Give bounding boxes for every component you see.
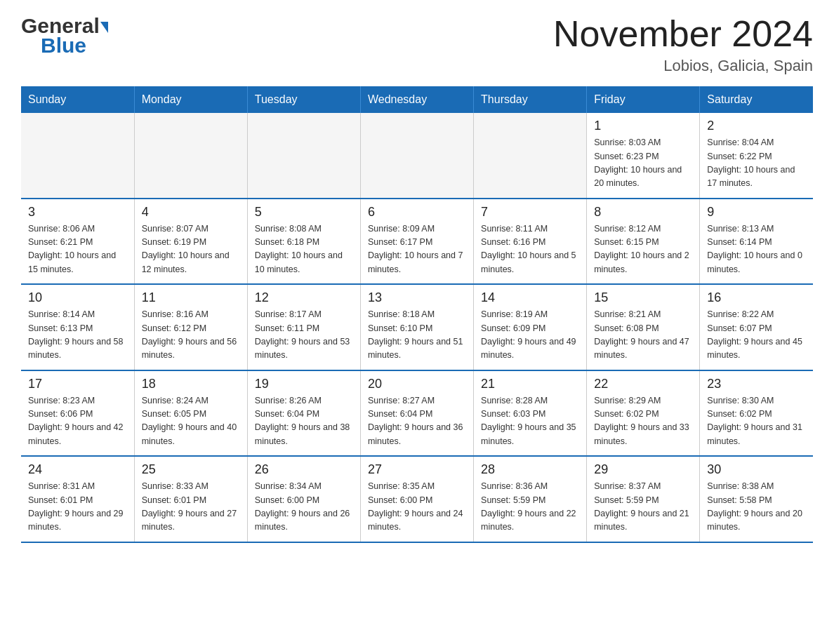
calendar-cell: 23Sunrise: 8:30 AMSunset: 6:02 PMDayligh… (700, 370, 813, 457)
day-info: Sunrise: 8:31 AMSunset: 6:01 PMDaylight:… (28, 480, 127, 535)
title-area: November 2024 Lobios, Galicia, Spain (553, 14, 813, 75)
calendar-week-4: 17Sunrise: 8:23 AMSunset: 6:06 PMDayligh… (21, 370, 813, 457)
day-number: 8 (594, 205, 692, 220)
day-number: 6 (368, 205, 466, 220)
day-info: Sunrise: 8:06 AMSunset: 6:21 PMDaylight:… (28, 222, 127, 277)
calendar-cell: 26Sunrise: 8:34 AMSunset: 6:00 PMDayligh… (247, 456, 360, 542)
day-number: 4 (142, 205, 240, 220)
day-number: 15 (594, 290, 692, 305)
calendar-week-1: 1Sunrise: 8:03 AMSunset: 6:23 PMDaylight… (21, 113, 813, 199)
calendar-week-5: 24Sunrise: 8:31 AMSunset: 6:01 PMDayligh… (21, 456, 813, 542)
day-number: 19 (255, 377, 353, 391)
day-number: 14 (481, 290, 579, 305)
calendar-cell: 4Sunrise: 8:07 AMSunset: 6:19 PMDaylight… (134, 199, 247, 285)
day-number: 28 (481, 462, 579, 477)
calendar-cell: 2Sunrise: 8:04 AMSunset: 6:22 PMDaylight… (700, 113, 813, 199)
day-info: Sunrise: 8:18 AMSunset: 6:10 PMDaylight:… (368, 308, 466, 363)
day-number: 24 (28, 462, 127, 477)
day-number: 1 (594, 119, 692, 133)
day-number: 5 (255, 205, 353, 220)
calendar-cell (474, 113, 587, 199)
weekday-header-row: SundayMondayTuesdayWednesdayThursdayFrid… (21, 86, 813, 113)
page-header: General Blue November 2024 Lobios, Galic… (21, 14, 813, 75)
day-info: Sunrise: 8:17 AMSunset: 6:11 PMDaylight:… (255, 308, 353, 363)
calendar-cell: 13Sunrise: 8:18 AMSunset: 6:10 PMDayligh… (360, 284, 473, 370)
day-number: 11 (142, 290, 240, 305)
calendar-cell: 7Sunrise: 8:11 AMSunset: 6:16 PMDaylight… (474, 199, 587, 285)
day-info: Sunrise: 8:23 AMSunset: 6:06 PMDaylight:… (28, 394, 127, 449)
day-info: Sunrise: 8:11 AMSunset: 6:16 PMDaylight:… (481, 222, 579, 277)
day-number: 21 (481, 377, 579, 391)
calendar-cell: 6Sunrise: 8:09 AMSunset: 6:17 PMDaylight… (360, 199, 473, 285)
day-info: Sunrise: 8:29 AMSunset: 6:02 PMDaylight:… (594, 394, 692, 449)
calendar-cell: 9Sunrise: 8:13 AMSunset: 6:14 PMDaylight… (700, 199, 813, 285)
day-number: 10 (28, 290, 127, 305)
calendar-cell: 29Sunrise: 8:37 AMSunset: 5:59 PMDayligh… (587, 456, 700, 542)
day-info: Sunrise: 8:38 AMSunset: 5:58 PMDaylight:… (707, 480, 806, 535)
day-info: Sunrise: 8:24 AMSunset: 6:05 PMDaylight:… (142, 394, 240, 449)
day-info: Sunrise: 8:03 AMSunset: 6:23 PMDaylight:… (594, 136, 692, 191)
day-number: 23 (707, 377, 806, 391)
day-info: Sunrise: 8:36 AMSunset: 5:59 PMDaylight:… (481, 480, 579, 535)
day-info: Sunrise: 8:19 AMSunset: 6:09 PMDaylight:… (481, 308, 579, 363)
calendar-cell: 25Sunrise: 8:33 AMSunset: 6:01 PMDayligh… (134, 456, 247, 542)
calendar-cell: 18Sunrise: 8:24 AMSunset: 6:05 PMDayligh… (134, 370, 247, 457)
day-info: Sunrise: 8:26 AMSunset: 6:04 PMDaylight:… (255, 394, 353, 449)
weekday-header-tuesday: Tuesday (247, 86, 360, 113)
day-number: 13 (368, 290, 466, 305)
calendar-cell (21, 113, 134, 199)
calendar-cell: 28Sunrise: 8:36 AMSunset: 5:59 PMDayligh… (474, 456, 587, 542)
calendar-cell (134, 113, 247, 199)
day-info: Sunrise: 8:16 AMSunset: 6:12 PMDaylight:… (142, 308, 240, 363)
day-info: Sunrise: 8:14 AMSunset: 6:13 PMDaylight:… (28, 308, 127, 363)
day-info: Sunrise: 8:21 AMSunset: 6:08 PMDaylight:… (594, 308, 692, 363)
day-number: 20 (368, 377, 466, 391)
day-info: Sunrise: 8:04 AMSunset: 6:22 PMDaylight:… (707, 136, 806, 191)
location-subtitle: Lobios, Galicia, Spain (553, 57, 813, 75)
day-number: 3 (28, 205, 127, 220)
day-info: Sunrise: 8:30 AMSunset: 6:02 PMDaylight:… (707, 394, 806, 449)
calendar-cell: 10Sunrise: 8:14 AMSunset: 6:13 PMDayligh… (21, 284, 134, 370)
day-info: Sunrise: 8:37 AMSunset: 5:59 PMDaylight:… (594, 480, 692, 535)
day-number: 17 (28, 377, 127, 391)
logo-triangle-icon (100, 22, 108, 33)
day-number: 26 (255, 462, 353, 477)
day-number: 22 (594, 377, 692, 391)
calendar-cell: 3Sunrise: 8:06 AMSunset: 6:21 PMDaylight… (21, 199, 134, 285)
day-info: Sunrise: 8:09 AMSunset: 6:17 PMDaylight:… (368, 222, 466, 277)
day-number: 30 (707, 462, 806, 477)
day-number: 25 (142, 462, 240, 477)
calendar-cell: 16Sunrise: 8:22 AMSunset: 6:07 PMDayligh… (700, 284, 813, 370)
calendar-cell: 14Sunrise: 8:19 AMSunset: 6:09 PMDayligh… (474, 284, 587, 370)
weekday-header-sunday: Sunday (21, 86, 134, 113)
weekday-header-friday: Friday (587, 86, 700, 113)
calendar-cell: 27Sunrise: 8:35 AMSunset: 6:00 PMDayligh… (360, 456, 473, 542)
day-number: 27 (368, 462, 466, 477)
calendar-cell: 12Sunrise: 8:17 AMSunset: 6:11 PMDayligh… (247, 284, 360, 370)
day-number: 9 (707, 205, 806, 220)
calendar-cell: 11Sunrise: 8:16 AMSunset: 6:12 PMDayligh… (134, 284, 247, 370)
weekday-header-saturday: Saturday (700, 86, 813, 113)
calendar-cell (360, 113, 473, 199)
weekday-header-thursday: Thursday (474, 86, 587, 113)
calendar-week-3: 10Sunrise: 8:14 AMSunset: 6:13 PMDayligh… (21, 284, 813, 370)
calendar-cell: 24Sunrise: 8:31 AMSunset: 6:01 PMDayligh… (21, 456, 134, 542)
calendar-cell: 5Sunrise: 8:08 AMSunset: 6:18 PMDaylight… (247, 199, 360, 285)
day-info: Sunrise: 8:22 AMSunset: 6:07 PMDaylight:… (707, 308, 806, 363)
calendar-cell: 22Sunrise: 8:29 AMSunset: 6:02 PMDayligh… (587, 370, 700, 457)
calendar-cell: 15Sunrise: 8:21 AMSunset: 6:08 PMDayligh… (587, 284, 700, 370)
calendar-cell: 1Sunrise: 8:03 AMSunset: 6:23 PMDaylight… (587, 113, 700, 199)
day-number: 7 (481, 205, 579, 220)
calendar-cell: 19Sunrise: 8:26 AMSunset: 6:04 PMDayligh… (247, 370, 360, 457)
month-title: November 2024 (553, 14, 813, 54)
weekday-header-wednesday: Wednesday (360, 86, 473, 113)
day-number: 2 (707, 119, 806, 133)
day-number: 29 (594, 462, 692, 477)
weekday-header-monday: Monday (134, 86, 247, 113)
calendar-cell (247, 113, 360, 199)
day-info: Sunrise: 8:35 AMSunset: 6:00 PMDaylight:… (368, 480, 466, 535)
calendar-cell: 30Sunrise: 8:38 AMSunset: 5:58 PMDayligh… (700, 456, 813, 542)
calendar-cell: 17Sunrise: 8:23 AMSunset: 6:06 PMDayligh… (21, 370, 134, 457)
day-info: Sunrise: 8:34 AMSunset: 6:00 PMDaylight:… (255, 480, 353, 535)
calendar-week-2: 3Sunrise: 8:06 AMSunset: 6:21 PMDaylight… (21, 199, 813, 285)
